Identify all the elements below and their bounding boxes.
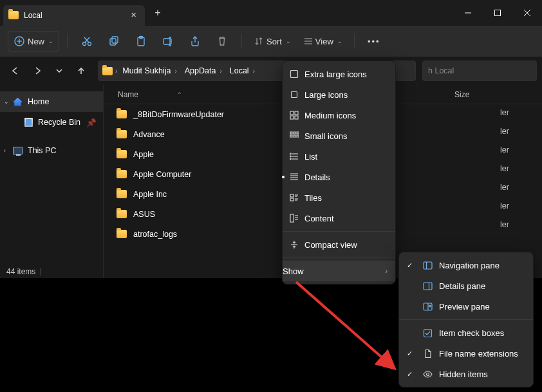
- details-icon: [289, 173, 299, 182]
- preview-pane-icon: [422, 302, 433, 312]
- window-minimize-button[interactable]: [453, 0, 483, 26]
- check-icon: ✓: [407, 261, 413, 270]
- forward-button[interactable]: [27, 61, 48, 81]
- svg-rect-32: [294, 135, 295, 137]
- menu-content[interactable]: Content: [283, 208, 395, 229]
- view-label: View: [315, 37, 333, 46]
- menu-compact-view[interactable]: Compact view: [283, 234, 395, 255]
- sort-button[interactable]: Sort ⌄: [250, 31, 295, 51]
- sidebar-item-home[interactable]: ⌄ Home: [0, 91, 103, 112]
- paste-button[interactable]: [129, 31, 153, 51]
- sidebar-item-this-pc[interactable]: › This PC: [0, 140, 103, 161]
- checkbox-icon: [422, 328, 433, 338]
- svg-point-39: [290, 158, 292, 160]
- menu-list[interactable]: List: [283, 146, 395, 167]
- tab-local[interactable]: Local ✕: [3, 5, 145, 26]
- eye-icon: [422, 369, 433, 379]
- menu-small-icons[interactable]: Small icons: [283, 126, 395, 146]
- truncated-text: ler: [500, 145, 509, 154]
- delete-button[interactable]: [210, 31, 234, 51]
- window-close-button[interactable]: [512, 0, 542, 26]
- folder-icon: [117, 150, 127, 158]
- menu-tiles[interactable]: Tiles: [283, 187, 395, 208]
- svg-point-37: [290, 153, 292, 154]
- column-size[interactable]: Size: [454, 90, 469, 99]
- more-button[interactable]: •••: [362, 31, 386, 51]
- window-maximize-button[interactable]: [483, 0, 512, 26]
- svg-rect-50: [290, 214, 294, 222]
- truncated-text: ler: [500, 220, 509, 229]
- back-button[interactable]: [5, 61, 26, 81]
- check-icon: ✓: [407, 370, 413, 378]
- chevron-down-icon: ⌄: [48, 38, 53, 44]
- svg-rect-44: [290, 194, 294, 197]
- folder-icon: [117, 230, 127, 238]
- breadcrumb-segment[interactable]: Mudit Sukhija›: [120, 66, 179, 75]
- submenu-details-pane[interactable]: Details pane: [399, 275, 533, 296]
- plus-circle-icon: [14, 35, 25, 47]
- status-bar: 44 items: [6, 267, 41, 276]
- svg-rect-45: [290, 198, 294, 201]
- menu-large-icons[interactable]: Large icons: [283, 84, 395, 105]
- share-button[interactable]: [183, 31, 207, 51]
- svg-point-8: [88, 42, 91, 46]
- folder-icon: [8, 11, 19, 19]
- lg-icons-icon: [289, 90, 299, 99]
- compact-icon: [289, 240, 299, 249]
- view-menu: Extra large icons Large icons Medium ico…: [282, 61, 396, 285]
- folder-icon: [117, 110, 127, 118]
- new-tab-button[interactable]: +: [145, 7, 171, 19]
- svg-point-61: [429, 305, 431, 307]
- column-name[interactable]: Name: [118, 90, 138, 99]
- search-input[interactable]: h Local: [422, 61, 537, 81]
- svg-rect-33: [297, 135, 299, 137]
- svg-line-10: [84, 37, 89, 42]
- submenu-item-check-boxes[interactable]: Item check boxes: [399, 322, 533, 343]
- chevron-right-icon: ›: [386, 268, 388, 275]
- recent-locations-button[interactable]: [49, 61, 70, 81]
- monitor-icon: [13, 147, 23, 154]
- truncated-text: ler: [500, 183, 509, 192]
- search-placeholder: h Local: [428, 66, 454, 75]
- menu-extra-large-icons[interactable]: Extra large icons: [283, 64, 395, 84]
- close-tab-icon[interactable]: ✕: [128, 11, 138, 19]
- selected-dot-icon: [282, 176, 285, 178]
- svg-point-38: [290, 156, 292, 157]
- submenu-hidden-items[interactable]: ✓Hidden items: [399, 364, 533, 384]
- content-icon: [289, 214, 299, 223]
- view-button[interactable]: View ⌄: [299, 31, 346, 51]
- file-name: Apple: [133, 150, 154, 159]
- svg-rect-28: [290, 132, 292, 134]
- breadcrumb-segment[interactable]: Local›: [227, 66, 257, 75]
- home-icon: [13, 98, 23, 106]
- chevron-down-icon: ⌄: [4, 98, 9, 105]
- svg-point-7: [83, 42, 86, 46]
- folder-icon: [102, 67, 113, 75]
- file-name: Apple Inc: [133, 190, 167, 199]
- svg-rect-25: [295, 111, 298, 115]
- sidebar-item-recycle-bin[interactable]: Recycle Bin 📌: [0, 112, 103, 133]
- cut-button[interactable]: [75, 31, 98, 51]
- svg-rect-11: [110, 39, 116, 45]
- file-icon: [422, 349, 433, 359]
- svg-rect-26: [290, 116, 294, 119]
- svg-rect-57: [424, 283, 432, 290]
- up-button[interactable]: [71, 61, 91, 81]
- folder-icon: [117, 170, 127, 178]
- chevron-down-icon: ⌄: [337, 38, 342, 44]
- menu-details[interactable]: Details: [283, 167, 395, 187]
- copy-button[interactable]: [102, 31, 126, 51]
- breadcrumb-segment[interactable]: AppData›: [182, 66, 225, 75]
- pin-icon: 📌: [86, 118, 97, 127]
- details-pane-icon: [422, 281, 433, 291]
- new-button[interactable]: New ⌄: [8, 31, 59, 51]
- file-name: Advance: [133, 130, 165, 139]
- submenu-navigation-pane[interactable]: ✓Navigation pane: [399, 255, 533, 275]
- menu-medium-icons[interactable]: Medium icons: [283, 105, 395, 126]
- rename-button[interactable]: [156, 31, 180, 51]
- submenu-preview-pane[interactable]: Preview pane: [399, 296, 533, 317]
- submenu-file-name-extensions[interactable]: ✓File name extensions: [399, 343, 533, 364]
- file-name: atrofac_logs: [133, 230, 177, 239]
- show-submenu: ✓Navigation pane Details pane Preview pa…: [398, 252, 534, 387]
- view-icon: [303, 36, 313, 46]
